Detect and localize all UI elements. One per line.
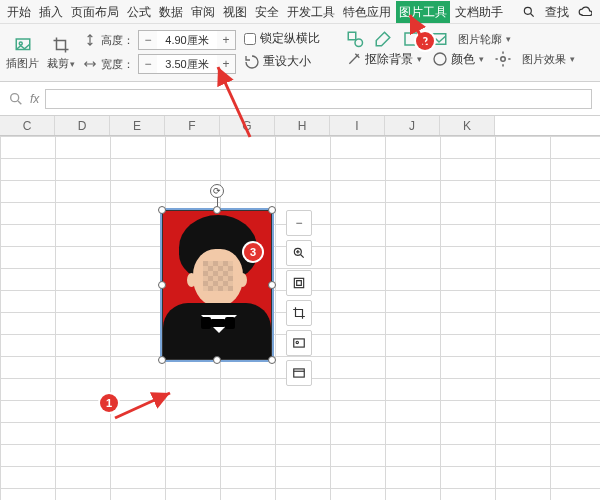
menu-safety[interactable]: 安全 <box>252 1 282 23</box>
outline-button[interactable]: 图片轮廓 <box>458 32 511 47</box>
mini-collapse-button[interactable]: − <box>286 210 312 236</box>
lock-ratio-input[interactable] <box>244 33 256 45</box>
col-header[interactable]: F <box>165 116 220 135</box>
mini-more-button[interactable] <box>286 360 312 386</box>
formula-bar: fx <box>0 82 600 116</box>
menu-bar: 开始 插入 页面布局 公式 数据 审阅 视图 安全 开发工具 特色应用 图片工具… <box>0 0 600 24</box>
menu-layout[interactable]: 页面布局 <box>68 1 122 23</box>
fx-label: fx <box>30 92 39 106</box>
annotation-2: 2 <box>416 32 434 50</box>
magic-icon <box>346 51 362 67</box>
svg-rect-12 <box>294 339 305 347</box>
col-header[interactable]: D <box>55 116 110 135</box>
shape-icon[interactable] <box>346 30 364 48</box>
width-decrease-button[interactable]: − <box>139 55 157 73</box>
resize-handle[interactable] <box>158 281 166 289</box>
resize-handle[interactable] <box>213 356 221 364</box>
annotation-3: 3 <box>244 243 262 261</box>
svg-point-7 <box>434 53 446 65</box>
resize-handle[interactable] <box>158 206 166 214</box>
adjust-icon[interactable] <box>494 50 512 68</box>
crop-button[interactable]: 裁剪 <box>47 30 75 76</box>
effects-button[interactable]: 图片效果 <box>522 52 575 67</box>
lock-ratio-checkbox[interactable]: 锁定纵横比 <box>244 30 320 47</box>
resize-handle[interactable] <box>268 281 276 289</box>
col-header[interactable]: J <box>385 116 440 135</box>
mini-crop-button[interactable] <box>286 300 312 326</box>
dropdown-icon[interactable] <box>8 91 24 107</box>
reset-size-button[interactable]: 重设大小 <box>244 53 320 70</box>
color-button[interactable]: 颜色 <box>432 51 484 68</box>
col-header[interactable]: H <box>275 116 330 135</box>
menu-view[interactable]: 视图 <box>220 1 250 23</box>
annotation-arrow-1 <box>110 388 180 428</box>
remove-bg-button[interactable]: 抠除背景 <box>346 51 422 68</box>
svg-point-9 <box>11 93 19 101</box>
svg-point-2 <box>19 42 22 45</box>
rotate-handle[interactable]: ⟳ <box>210 184 224 198</box>
pen-icon[interactable] <box>374 30 392 48</box>
image-mini-toolbar: − <box>286 210 312 386</box>
ribbon: 插图片 裁剪 高度： − + 宽度： − + 锁定纵横比 <box>0 24 600 82</box>
col-header[interactable]: C <box>0 116 55 135</box>
svg-point-4 <box>355 39 363 47</box>
cell-area[interactable]: ⟳ − 1 3 <box>0 136 600 500</box>
resize-handle[interactable] <box>268 206 276 214</box>
menu-doc-helper[interactable]: 文档助手 <box>452 1 506 23</box>
col-header[interactable]: K <box>440 116 495 135</box>
col-header[interactable]: E <box>110 116 165 135</box>
menu-formula[interactable]: 公式 <box>124 1 154 23</box>
crop-icon <box>52 36 70 54</box>
mini-fit-button[interactable] <box>286 270 312 296</box>
col-header[interactable]: I <box>330 116 385 135</box>
mini-replace-button[interactable] <box>286 330 312 356</box>
size-group: 高度： − + 宽度： − + <box>83 30 236 74</box>
mini-zoom-button[interactable] <box>286 240 312 266</box>
height-label: 高度： <box>101 33 134 48</box>
menu-review[interactable]: 审阅 <box>188 1 218 23</box>
width-input[interactable] <box>157 58 217 70</box>
id-photo[interactable] <box>162 210 272 360</box>
resize-handle[interactable] <box>158 356 166 364</box>
svg-rect-14 <box>294 369 305 377</box>
formula-input[interactable] <box>45 89 592 109</box>
menu-picture-tools[interactable]: 图片工具 <box>396 1 450 23</box>
selected-image[interactable]: ⟳ <box>162 210 272 360</box>
svg-rect-3 <box>348 32 356 40</box>
width-label: 宽度： <box>101 57 134 72</box>
width-increase-button[interactable]: + <box>217 55 235 73</box>
height-input[interactable] <box>157 34 217 46</box>
col-header[interactable]: G <box>220 116 275 135</box>
height-spinner[interactable]: − + <box>138 30 236 50</box>
palette-icon <box>432 51 448 67</box>
height-increase-button[interactable]: + <box>217 31 235 49</box>
height-decrease-button[interactable]: − <box>139 31 157 49</box>
menu-special[interactable]: 特色应用 <box>340 1 394 23</box>
height-icon <box>83 33 97 47</box>
menu-devtools[interactable]: 开发工具 <box>284 1 338 23</box>
reset-icon <box>244 54 260 70</box>
find-label[interactable]: 查找 <box>542 1 572 23</box>
column-headers: C D E F G H I J K <box>0 116 600 136</box>
menu-data[interactable]: 数据 <box>156 1 186 23</box>
width-spinner[interactable]: − + <box>138 54 236 74</box>
svg-rect-11 <box>294 278 303 287</box>
resize-handle[interactable] <box>268 356 276 364</box>
resize-handle[interactable] <box>213 206 221 214</box>
search-icon[interactable] <box>522 5 536 19</box>
spreadsheet-grid: C D E F G H I J K ⟳ − <box>0 116 600 500</box>
svg-point-0 <box>524 7 531 14</box>
width-icon <box>83 57 97 71</box>
svg-point-8 <box>501 57 506 62</box>
insert-picture-button[interactable]: 插图片 <box>6 30 39 76</box>
menu-start[interactable]: 开始 <box>4 1 34 23</box>
annotation-1: 1 <box>100 394 118 412</box>
picture-icon <box>14 36 32 54</box>
menu-insert[interactable]: 插入 <box>36 1 66 23</box>
svg-point-13 <box>296 341 298 343</box>
cloud-icon[interactable] <box>578 5 592 19</box>
